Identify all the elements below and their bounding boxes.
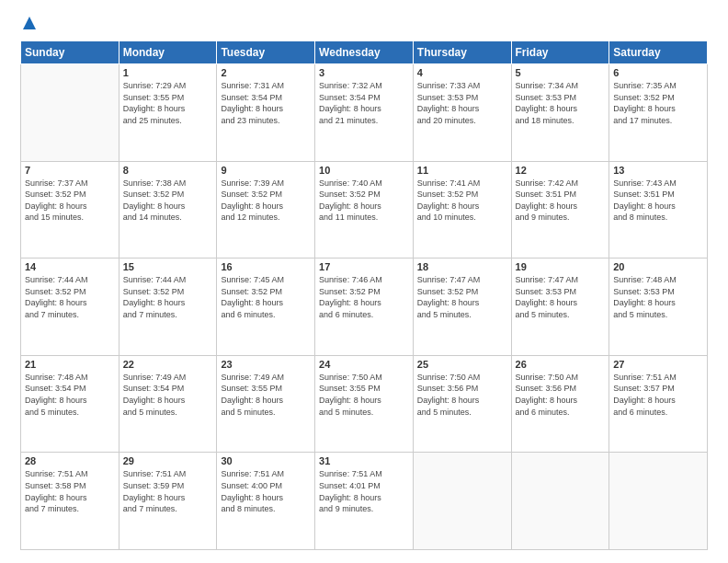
calendar-cell: 14Sunrise: 7:44 AM Sunset: 3:52 PM Dayli… — [21, 259, 119, 356]
calendar-cell: 15Sunrise: 7:44 AM Sunset: 3:52 PM Dayli… — [119, 259, 217, 356]
weekday-header-saturday: Saturday — [609, 41, 708, 64]
day-number: 18 — [417, 261, 507, 272]
day-number: 16 — [221, 261, 311, 272]
day-info: Sunrise: 7:50 AM Sunset: 3:56 PM Dayligh… — [417, 372, 507, 418]
weekday-header-monday: Monday — [119, 41, 217, 64]
day-number: 10 — [319, 165, 409, 176]
calendar-cell: 18Sunrise: 7:47 AM Sunset: 3:52 PM Dayli… — [413, 259, 511, 356]
header — [20, 17, 708, 31]
calendar-cell: 29Sunrise: 7:51 AM Sunset: 3:59 PM Dayli… — [119, 453, 217, 550]
day-info: Sunrise: 7:44 AM Sunset: 3:52 PM Dayligh… — [25, 274, 115, 320]
day-number: 2 — [221, 67, 311, 78]
calendar-cell — [21, 64, 119, 162]
calendar-cell: 22Sunrise: 7:49 AM Sunset: 3:54 PM Dayli… — [119, 355, 217, 453]
calendar-cell: 4Sunrise: 7:33 AM Sunset: 3:53 PM Daylig… — [413, 64, 511, 162]
calendar-cell: 27Sunrise: 7:51 AM Sunset: 3:57 PM Dayli… — [609, 355, 708, 453]
day-info: Sunrise: 7:51 AM Sunset: 4:00 PM Dayligh… — [221, 468, 311, 514]
day-info: Sunrise: 7:39 AM Sunset: 3:52 PM Dayligh… — [221, 178, 311, 224]
day-info: Sunrise: 7:48 AM Sunset: 3:53 PM Dayligh… — [613, 274, 703, 320]
day-info: Sunrise: 7:51 AM Sunset: 4:01 PM Dayligh… — [319, 468, 409, 514]
day-info: Sunrise: 7:51 AM Sunset: 3:58 PM Dayligh… — [25, 468, 115, 514]
day-info: Sunrise: 7:48 AM Sunset: 3:54 PM Dayligh… — [25, 372, 115, 418]
day-info: Sunrise: 7:50 AM Sunset: 3:55 PM Dayligh… — [319, 372, 409, 418]
calendar-week-row: 21Sunrise: 7:48 AM Sunset: 3:54 PM Dayli… — [21, 355, 708, 453]
day-number: 19 — [516, 261, 606, 272]
logo-icon — [23, 17, 36, 29]
calendar-cell: 30Sunrise: 7:51 AM Sunset: 4:00 PM Dayli… — [217, 453, 315, 550]
day-info: Sunrise: 7:51 AM Sunset: 3:59 PM Dayligh… — [123, 468, 213, 514]
calendar-cell: 26Sunrise: 7:50 AM Sunset: 3:56 PM Dayli… — [511, 355, 609, 453]
day-info: Sunrise: 7:33 AM Sunset: 3:53 PM Dayligh… — [417, 80, 507, 126]
calendar-cell: 31Sunrise: 7:51 AM Sunset: 4:01 PM Dayli… — [315, 453, 414, 550]
calendar-cell: 8Sunrise: 7:38 AM Sunset: 3:52 PM Daylig… — [119, 161, 217, 259]
day-number: 28 — [25, 455, 115, 466]
weekday-header-friday: Friday — [511, 41, 609, 64]
day-number: 13 — [613, 165, 703, 176]
calendar-cell: 21Sunrise: 7:48 AM Sunset: 3:54 PM Dayli… — [21, 355, 119, 453]
day-info: Sunrise: 7:42 AM Sunset: 3:51 PM Dayligh… — [516, 178, 606, 224]
day-number: 20 — [613, 261, 703, 272]
weekday-header-sunday: Sunday — [21, 41, 119, 64]
calendar-cell: 11Sunrise: 7:41 AM Sunset: 3:52 PM Dayli… — [413, 161, 511, 259]
day-info: Sunrise: 7:32 AM Sunset: 3:54 PM Dayligh… — [319, 80, 409, 126]
calendar-cell: 9Sunrise: 7:39 AM Sunset: 3:52 PM Daylig… — [217, 161, 315, 259]
day-info: Sunrise: 7:37 AM Sunset: 3:52 PM Dayligh… — [25, 178, 115, 224]
day-info: Sunrise: 7:45 AM Sunset: 3:52 PM Dayligh… — [221, 274, 311, 320]
day-number: 7 — [25, 165, 115, 176]
calendar-cell: 7Sunrise: 7:37 AM Sunset: 3:52 PM Daylig… — [21, 161, 119, 259]
day-number: 15 — [123, 261, 213, 272]
day-info: Sunrise: 7:29 AM Sunset: 3:55 PM Dayligh… — [123, 80, 213, 126]
day-number: 27 — [613, 359, 703, 370]
day-info: Sunrise: 7:49 AM Sunset: 3:55 PM Dayligh… — [221, 372, 311, 418]
day-info: Sunrise: 7:51 AM Sunset: 3:57 PM Dayligh… — [613, 372, 703, 418]
calendar-cell: 23Sunrise: 7:49 AM Sunset: 3:55 PM Dayli… — [217, 355, 315, 453]
day-number: 11 — [417, 165, 507, 176]
day-number: 8 — [123, 165, 213, 176]
day-info: Sunrise: 7:47 AM Sunset: 3:52 PM Dayligh… — [417, 274, 507, 320]
calendar-cell: 13Sunrise: 7:43 AM Sunset: 3:51 PM Dayli… — [609, 161, 708, 259]
calendar-cell: 2Sunrise: 7:31 AM Sunset: 3:54 PM Daylig… — [217, 64, 315, 162]
day-number: 22 — [123, 359, 213, 370]
weekday-header-row: SundayMondayTuesdayWednesdayThursdayFrid… — [21, 41, 708, 64]
day-number: 26 — [516, 359, 606, 370]
calendar-cell: 3Sunrise: 7:32 AM Sunset: 3:54 PM Daylig… — [315, 64, 414, 162]
day-info: Sunrise: 7:40 AM Sunset: 3:52 PM Dayligh… — [319, 178, 409, 224]
day-number: 24 — [319, 359, 409, 370]
calendar-cell — [413, 453, 511, 550]
calendar-cell: 28Sunrise: 7:51 AM Sunset: 3:58 PM Dayli… — [21, 453, 119, 550]
day-info: Sunrise: 7:44 AM Sunset: 3:52 PM Dayligh… — [123, 274, 213, 320]
day-number: 3 — [319, 67, 409, 78]
day-info: Sunrise: 7:46 AM Sunset: 3:52 PM Dayligh… — [319, 274, 409, 320]
day-info: Sunrise: 7:50 AM Sunset: 3:56 PM Dayligh… — [516, 372, 606, 418]
calendar-week-row: 28Sunrise: 7:51 AM Sunset: 3:58 PM Dayli… — [21, 453, 708, 550]
day-number: 29 — [123, 455, 213, 466]
day-number: 6 — [613, 67, 703, 78]
day-info: Sunrise: 7:47 AM Sunset: 3:53 PM Dayligh… — [516, 274, 606, 320]
calendar-cell: 19Sunrise: 7:47 AM Sunset: 3:53 PM Dayli… — [511, 259, 609, 356]
day-info: Sunrise: 7:34 AM Sunset: 3:53 PM Dayligh… — [516, 80, 606, 126]
day-number: 31 — [319, 455, 409, 466]
page: SundayMondayTuesdayWednesdayThursdayFrid… — [0, 0, 728, 563]
calendar-cell — [609, 453, 708, 550]
calendar-cell: 12Sunrise: 7:42 AM Sunset: 3:51 PM Dayli… — [511, 161, 609, 259]
calendar-cell: 24Sunrise: 7:50 AM Sunset: 3:55 PM Dayli… — [315, 355, 414, 453]
day-info: Sunrise: 7:49 AM Sunset: 3:54 PM Dayligh… — [123, 372, 213, 418]
day-number: 25 — [417, 359, 507, 370]
weekday-header-tuesday: Tuesday — [217, 41, 315, 64]
day-number: 1 — [123, 67, 213, 78]
weekday-header-wednesday: Wednesday — [315, 41, 414, 64]
calendar-cell: 25Sunrise: 7:50 AM Sunset: 3:56 PM Dayli… — [413, 355, 511, 453]
day-info: Sunrise: 7:38 AM Sunset: 3:52 PM Dayligh… — [123, 178, 213, 224]
day-number: 12 — [516, 165, 606, 176]
day-number: 17 — [319, 261, 409, 272]
day-number: 4 — [417, 67, 507, 78]
day-info: Sunrise: 7:35 AM Sunset: 3:52 PM Dayligh… — [613, 80, 703, 126]
day-number: 23 — [221, 359, 311, 370]
day-number: 9 — [221, 165, 311, 176]
day-info: Sunrise: 7:41 AM Sunset: 3:52 PM Dayligh… — [417, 178, 507, 224]
svg-marker-0 — [23, 17, 36, 29]
day-number: 14 — [25, 261, 115, 272]
day-number: 5 — [516, 67, 606, 78]
calendar-cell: 5Sunrise: 7:34 AM Sunset: 3:53 PM Daylig… — [511, 64, 609, 162]
day-info: Sunrise: 7:31 AM Sunset: 3:54 PM Dayligh… — [221, 80, 311, 126]
